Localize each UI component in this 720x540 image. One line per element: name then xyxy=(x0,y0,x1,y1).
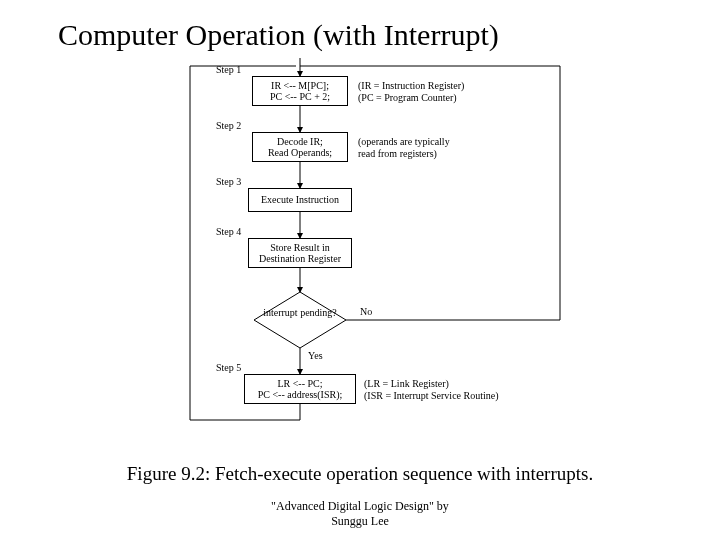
note-operands-line2: read from registers) xyxy=(358,148,450,160)
note-isr: (ISR = Interrupt Service Routine) xyxy=(364,390,499,402)
step4-label: Step 4 xyxy=(216,226,241,237)
box-fetch: IR <-- M[PC]; PC <-- PC + 2; xyxy=(252,76,348,106)
box-execute-text: Execute Instruction xyxy=(253,194,347,206)
box-decode-line2: Read Operands; xyxy=(257,147,343,159)
box-store: Store Result in Destination Register xyxy=(248,238,352,268)
credit-line1: "Advanced Digital Logic Design" by xyxy=(0,499,720,513)
box-store-line1: Store Result in xyxy=(253,242,347,254)
branch-yes: Yes xyxy=(308,350,323,361)
box-isr-line1: LR <-- PC; xyxy=(249,378,351,390)
flowchart: Step 1 Step 2 Step 3 Step 4 Step 5 IR <-… xyxy=(0,58,720,458)
note-operands: (operands are typically read from regist… xyxy=(358,136,450,160)
box-fetch-line2: PC <-- PC + 2; xyxy=(257,91,343,103)
note-operands-line1: (operands are typically xyxy=(358,136,450,148)
decision-text: interrupt pending? xyxy=(262,307,338,318)
step2-label: Step 2 xyxy=(216,120,241,131)
box-decode-line1: Decode IR; xyxy=(257,136,343,148)
note-lr: (LR = Link Register) xyxy=(364,378,499,390)
box-execute: Execute Instruction xyxy=(248,188,352,212)
branch-no: No xyxy=(360,306,372,317)
note-lr-isr: (LR = Link Register) (ISR = Interrupt Se… xyxy=(364,378,499,402)
box-decode: Decode IR; Read Operands; xyxy=(252,132,348,162)
step1-label: Step 1 xyxy=(216,64,241,75)
connector-lines xyxy=(0,58,720,458)
figure-caption: Figure 9.2: Fetch-execute operation sequ… xyxy=(0,463,720,485)
note-ir: (IR = Instruction Register) xyxy=(358,80,464,92)
slide-title: Computer Operation (with Interrupt) xyxy=(0,0,720,52)
note-ir-pc: (IR = Instruction Register) (PC = Progra… xyxy=(358,80,464,104)
box-isr-line2: PC <-- address(ISR); xyxy=(249,389,351,401)
box-fetch-line1: IR <-- M[PC]; xyxy=(257,80,343,92)
credit: "Advanced Digital Logic Design" by Sungg… xyxy=(0,499,720,528)
box-isr: LR <-- PC; PC <-- address(ISR); xyxy=(244,374,356,404)
box-store-line2: Destination Register xyxy=(253,253,347,265)
svg-marker-5 xyxy=(254,292,346,348)
step5-label: Step 5 xyxy=(216,362,241,373)
credit-line2: Sunggu Lee xyxy=(0,514,720,528)
note-pc: (PC = Program Counter) xyxy=(358,92,464,104)
step3-label: Step 3 xyxy=(216,176,241,187)
